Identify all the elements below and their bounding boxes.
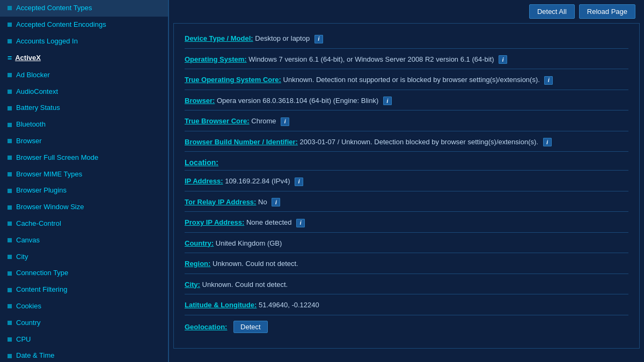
- true-os-info-icon[interactable]: i: [544, 76, 553, 85]
- sidebar-bullet-icon: [8, 271, 12, 276]
- city-value: Unknown. Could not detect.: [202, 280, 288, 289]
- region-row: Region: Unknown. Could not detect.: [185, 253, 628, 274]
- browser-info-icon[interactable]: i: [383, 97, 392, 105]
- sidebar-item-city[interactable]: City: [0, 249, 168, 265]
- true-os-value: Unknown. Detection not supported or is b…: [283, 76, 540, 84]
- sidebar-item-label: Country: [16, 317, 41, 329]
- sidebar-item-browser[interactable]: Browser: [0, 133, 168, 150]
- device-type-info-icon[interactable]: i: [314, 35, 323, 43]
- sidebar-item-connection-type[interactable]: Connection Type: [0, 265, 168, 282]
- sidebar-item-battery-status[interactable]: Battery Status: [0, 100, 168, 116]
- sidebar-item-label: Cookies: [16, 301, 41, 312]
- country-label: Country:: [185, 239, 214, 247]
- sidebar-bullet-icon: [8, 337, 12, 342]
- content-area: Device Type / Model: Desktop or laptop i…: [173, 23, 640, 349]
- sidebar-item-label: Accepted Content Types: [16, 3, 92, 14]
- sidebar-item-accounts-logged-in[interactable]: Accounts Logged In: [0, 33, 168, 50]
- sidebar-bullet-icon: [8, 238, 12, 242]
- sidebar-item-canvas[interactable]: Canvas: [0, 232, 168, 249]
- sidebar-bullet-icon: [8, 90, 12, 94]
- tor-info-icon[interactable]: i: [272, 198, 280, 206]
- sidebar-bullet-icon: [8, 304, 12, 308]
- sidebar-item-label: Browser Plugins: [16, 185, 67, 196]
- os-info-icon[interactable]: i: [499, 55, 507, 64]
- sidebar-bullet-icon: [8, 39, 12, 43]
- region-value: Unknown. Could not detect.: [213, 260, 298, 268]
- browser-build-label: Browser Build Number / Identifier:: [185, 138, 298, 146]
- sidebar-item-content-filtering[interactable]: Content Filtering: [0, 282, 168, 298]
- sidebar-item-cookies[interactable]: Cookies: [0, 298, 168, 315]
- sidebar-bullet-icon: [8, 172, 12, 176]
- proxy-info-icon[interactable]: i: [296, 219, 305, 227]
- detect-all-button[interactable]: Detect All: [529, 4, 575, 19]
- browser-build-value: 2003-01-07 / Unknown. Detection blocked …: [300, 138, 538, 146]
- sidebar-item-label: ActiveX: [15, 53, 41, 64]
- sidebar-item-label: Connection Type: [16, 268, 68, 279]
- sidebar-item-label: Accepted Content Encodings: [16, 19, 106, 31]
- sidebar-item-browser-mime-types[interactable]: Browser MIME Types: [0, 166, 168, 183]
- sidebar-item-bluetooth[interactable]: Bluetooth: [0, 116, 168, 133]
- sidebar-item-audiocontext[interactable]: AudioContext: [0, 84, 168, 100]
- sidebar-item-browser-full-screen-mode[interactable]: Browser Full Screen Mode: [0, 150, 168, 166]
- device-type-row: Device Type / Model: Desktop or laptop i: [185, 28, 628, 49]
- sidebar-item-accepted-content-types[interactable]: Accepted Content Types: [0, 0, 168, 17]
- sidebar-item-browser-plugins[interactable]: Browser Plugins: [0, 182, 168, 199]
- os-label: Operating System:: [185, 55, 247, 63]
- ip-value: 109.169.22.84 (IPv4): [225, 177, 290, 185]
- geolocation-label: Geolocation:: [185, 323, 227, 331]
- true-browser-row: True Browser Core: Chrome i: [185, 110, 628, 131]
- true-browser-value: Chrome: [251, 117, 276, 125]
- proxy-row: Proxy IP Address: None detected i: [185, 212, 628, 233]
- city-label: City:: [185, 280, 200, 289]
- location-label: Location:: [185, 158, 218, 167]
- os-row: Operating System: Windows 7 version 6.1 …: [185, 49, 628, 70]
- tor-label: Tor Relay IP Address:: [185, 198, 256, 206]
- reload-page-button[interactable]: Reload Page: [579, 4, 635, 19]
- browser-build-info-icon[interactable]: i: [543, 138, 552, 146]
- geolocation-row: Geolocation: Detect: [185, 315, 628, 337]
- browser-build-row: Browser Build Number / Identifier: 2003-…: [185, 131, 628, 152]
- tor-value: No: [258, 198, 267, 206]
- sidebar-item-label: Bluetooth: [16, 119, 46, 130]
- sidebar-items-container: Accepted Content TypesAccepted Content E…: [0, 0, 168, 362]
- browser-row: Browser: Opera version 68.0.3618.104 (64…: [185, 90, 628, 111]
- sidebar-bullet-icon: [8, 288, 12, 292]
- sidebar-item-label: Date & Time: [16, 350, 55, 361]
- sidebar-item-label: Accounts Logged In: [16, 36, 78, 47]
- sidebar-item-label: Browser Window Size: [16, 202, 84, 213]
- sidebar-item-label: Browser: [16, 136, 42, 147]
- sidebar-item-label: City: [16, 252, 28, 263]
- sidebar-item-cache-control[interactable]: Cache-Control: [0, 216, 168, 232]
- sidebar-item-browser-window-size[interactable]: Browser Window Size: [0, 199, 168, 216]
- sidebar-bullet-icon: [8, 6, 12, 10]
- country-value: United Kingdom (GB): [216, 239, 282, 247]
- sidebar-bullet-icon: [8, 221, 12, 226]
- sidebar-item-label: Cache-Control: [16, 218, 61, 230]
- tor-row: Tor Relay IP Address: No i: [185, 191, 628, 212]
- latlng-row: Latitude & Longitude: 51.49640, -0.12240: [185, 294, 628, 315]
- latlng-label: Latitude & Longitude:: [185, 301, 257, 309]
- country-row: Country: United Kingdom (GB): [185, 233, 628, 254]
- sidebar-bullet-icon: [8, 73, 12, 77]
- sidebar-item-cpu[interactable]: CPU: [0, 331, 168, 348]
- ip-info-icon[interactable]: i: [295, 178, 303, 186]
- sidebar: Accepted Content TypesAccepted Content E…: [0, 0, 169, 362]
- city-row: City: Unknown. Could not detect.: [185, 274, 628, 295]
- geolocation-detect-button[interactable]: Detect: [233, 321, 268, 333]
- sidebar-bullet-icon: [8, 255, 12, 259]
- ip-row: IP Address: 109.169.22.84 (IPv4) i: [185, 171, 628, 191]
- sidebar-bullet-icon: [8, 139, 12, 143]
- true-browser-info-icon[interactable]: i: [281, 117, 289, 126]
- sidebar-item-country[interactable]: Country: [0, 315, 168, 331]
- sidebar-item-ad-blocker[interactable]: Ad Blocker: [0, 67, 168, 84]
- sidebar-item-activex[interactable]: =ActiveX: [0, 49, 168, 67]
- location-section-header: Location:: [185, 152, 628, 171]
- os-value: Windows 7 version 6.1 (64-bit), or Windo…: [248, 55, 494, 63]
- proxy-value: None detected: [246, 218, 292, 226]
- sidebar-item-date--time[interactable]: Date & Time: [0, 348, 168, 362]
- region-label: Region:: [185, 260, 210, 268]
- latlng-value: 51.49640, -0.12240: [259, 301, 319, 309]
- true-browser-label: True Browser Core:: [185, 117, 250, 125]
- sidebar-bullet-icon: [8, 106, 12, 110]
- sidebar-item-accepted-content-encodings[interactable]: Accepted Content Encodings: [0, 17, 168, 33]
